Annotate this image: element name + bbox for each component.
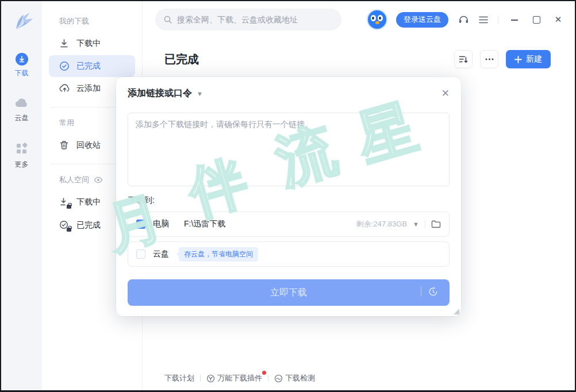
sidebar-item-label: 已完成 (76, 61, 101, 71)
notification-badge (262, 371, 266, 375)
sidebar-item-completed[interactable]: 已完成 (49, 55, 135, 77)
link-input[interactable] (128, 113, 450, 186)
login-button[interactable]: 登录送云盘 (396, 12, 448, 28)
sidebar-item-downloading[interactable]: 下载中 (42, 32, 142, 55)
download-to-label: 下载到: (128, 195, 155, 206)
destination-row-computer[interactable]: 电脑 F:\迅雷下载 剩余:247.83GB ▼ (128, 212, 450, 237)
rail-item-label: 云盘 (15, 113, 29, 123)
schedule-clock-icon[interactable] (428, 287, 438, 297)
dialog-close-icon[interactable]: ✕ (441, 89, 450, 98)
download-plan-link[interactable]: 下载计划 (164, 373, 194, 383)
app-logo-icon (9, 7, 35, 33)
sort-list-button[interactable] (454, 50, 473, 68)
rail-item-cloud-drive[interactable]: 云盘 (15, 98, 29, 123)
new-task-button[interactable]: 新建 (506, 50, 551, 68)
sidebar-group-my-downloads: 我的下载 (42, 11, 142, 32)
universal-plugin-link[interactable]: 万能下载插件 (206, 373, 262, 383)
destination-row-cloud[interactable]: 云盘 存云盘，节省电脑空间 (128, 241, 450, 267)
content-header: 已完成 新建 (164, 49, 551, 69)
computer-checkbox[interactable] (136, 220, 145, 229)
topbar-divider (498, 16, 498, 24)
footer-divider (268, 375, 268, 382)
sidebar-item-label: 云添加 (76, 83, 101, 94)
more-options-button[interactable] (480, 50, 498, 68)
maximize-button[interactable] (532, 16, 540, 24)
search-icon (163, 15, 172, 24)
topbar: 登录送云盘 ✕ (143, 1, 575, 38)
cloud-upload-icon (59, 83, 70, 94)
rail-item-download[interactable]: 下载 (15, 53, 29, 78)
destination-name: 云盘 (153, 249, 169, 259)
row-divider (425, 220, 425, 229)
footer-divider (200, 375, 201, 382)
avatar-beak (375, 21, 379, 24)
path-dropdown-icon[interactable]: ▼ (413, 221, 419, 228)
trash-icon (59, 140, 70, 151)
sidebar-item-label: 下载中 (76, 197, 101, 207)
universal-plugin-label: 万能下载插件 (217, 373, 262, 383)
sidebar-item-label: 回收站 (76, 140, 101, 151)
title-dropdown-caret-icon[interactable]: ▼ (197, 90, 203, 97)
rail-item-more[interactable]: 更多 (15, 143, 29, 170)
download-now-button[interactable]: 立即下载 (128, 279, 450, 306)
plugin-icon (206, 374, 215, 383)
check-circle-lock-icon (59, 220, 70, 230)
app-window: 下载 云盘 更多 我的下载 下载 (0, 0, 576, 392)
rail-item-label: 更多 (15, 160, 29, 170)
menu-icon[interactable] (479, 16, 488, 24)
destination-path: F:\迅雷下载 (184, 219, 225, 229)
headset-icon[interactable] (458, 14, 469, 25)
check-circle-icon (59, 61, 70, 71)
download-detect-label: 下载检测 (285, 373, 315, 383)
new-task-label: 新建 (526, 54, 542, 64)
search-bar[interactable] (155, 9, 341, 30)
private-space-label: 私人空间 (59, 175, 89, 185)
sidebar-item-label: 已完成 (76, 220, 101, 230)
footer-links: 下载计划 万能下载插件 下载检测 (164, 373, 315, 383)
download-plan-label: 下载计划 (164, 373, 194, 383)
lock-icon (67, 228, 71, 232)
folder-icon[interactable] (431, 220, 441, 228)
cloud-checkbox[interactable] (136, 249, 145, 259)
remaining-space: 剩余:247.83GB (356, 219, 407, 229)
detect-icon (274, 374, 283, 383)
search-input[interactable] (177, 15, 333, 24)
button-divider (421, 286, 421, 297)
plus-icon (514, 56, 522, 63)
rail-item-label: 下载 (15, 68, 29, 78)
destination-name: 电脑 (153, 219, 169, 229)
avatar-eye (378, 15, 383, 21)
sidebar-item-label: 下载中 (76, 39, 101, 49)
minimize-button[interactable] (510, 16, 519, 24)
add-link-dialog: 添加链接或口令 ▼ ✕ 下载到: 电脑 F:\迅雷下载 剩余:247.83GB … (116, 77, 461, 316)
download-icon (59, 39, 70, 49)
resize-grip[interactable] (454, 309, 459, 314)
lock-icon (67, 205, 71, 209)
download-circle-icon (16, 53, 28, 66)
cloud-tag: 存云盘，节省电脑空间 (179, 247, 258, 262)
download-lock-icon (59, 197, 70, 207)
cloud-icon (15, 98, 29, 110)
avatar[interactable] (368, 10, 386, 29)
grid-icon (16, 143, 28, 157)
avatar-eye (371, 15, 376, 21)
page-title: 已完成 (164, 52, 199, 67)
dialog-title: 添加链接或口令 (128, 87, 192, 99)
close-window-button[interactable]: ✕ (554, 16, 562, 24)
left-rail: 下载 云盘 更多 (1, 1, 42, 390)
eye-icon[interactable] (94, 176, 103, 183)
download-detect-link[interactable]: 下载检测 (274, 373, 315, 383)
